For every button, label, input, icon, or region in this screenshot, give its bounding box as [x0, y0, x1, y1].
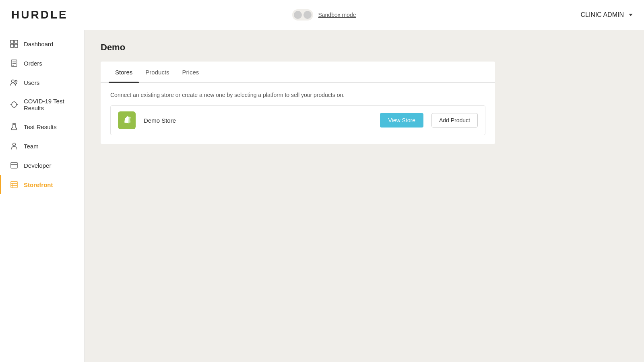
sidebar-label-dashboard: Dashboard	[24, 41, 53, 47]
store-name: Demo Store	[144, 117, 372, 124]
storefront-card: Stores Products Prices Connect an existi…	[101, 62, 495, 144]
tab-stores[interactable]: Stores	[109, 62, 139, 82]
covid-icon	[10, 101, 18, 109]
developer-icon	[10, 161, 18, 169]
connect-text: Connect an existing store or create a ne…	[110, 92, 485, 98]
sidebar-label-team: Team	[24, 143, 39, 150]
main-content: Demo Stores Products Prices Connect an e…	[85, 30, 644, 362]
svg-rect-0	[10, 40, 14, 43]
header-center: Sandbox mode	[292, 9, 356, 21]
svg-rect-2	[10, 44, 14, 47]
toggle-knob-right	[303, 11, 312, 19]
store-row: Demo Store View Store Add Product	[110, 105, 485, 135]
view-store-button[interactable]: View Store	[380, 113, 423, 128]
svg-rect-1	[14, 40, 18, 43]
svg-point-9	[15, 80, 17, 82]
svg-rect-18	[11, 181, 17, 188]
sidebar-label-users: Users	[24, 79, 39, 86]
sidebar-item-users[interactable]: Users	[0, 73, 84, 92]
sidebar-item-team[interactable]: Team	[0, 136, 84, 156]
svg-rect-16	[11, 162, 17, 168]
tab-products[interactable]: Products	[139, 62, 175, 82]
sidebar-label-covid: COVID-19 Test Results	[24, 98, 75, 111]
admin-label: CLINIC ADMIN	[580, 11, 624, 19]
tabs-bar: Stores Products Prices	[101, 62, 495, 83]
sidebar-item-dashboard[interactable]: Dashboard	[0, 34, 84, 53]
sidebar-label-orders: Orders	[24, 60, 42, 67]
team-icon	[10, 142, 18, 150]
admin-menu[interactable]: CLINIC ADMIN	[580, 11, 633, 19]
sidebar-item-test-results[interactable]: Test Results	[0, 117, 84, 136]
dashboard-icon	[10, 40, 18, 48]
svg-point-15	[13, 143, 16, 146]
layout: Dashboard Orders	[0, 30, 644, 362]
sidebar-item-developer[interactable]: Developer	[0, 156, 84, 175]
test-results-icon	[10, 123, 18, 131]
sidebar-label-storefront: Storefront	[24, 181, 53, 188]
sandbox-toggle[interactable]	[292, 9, 313, 21]
add-product-button[interactable]: Add Product	[431, 113, 478, 128]
svg-point-8	[12, 80, 14, 83]
sandbox-mode-label[interactable]: Sandbox mode	[318, 12, 356, 18]
sidebar: Dashboard Orders	[0, 30, 85, 362]
header: HURDLE Sandbox mode CLINIC ADMIN	[0, 0, 644, 30]
sidebar-label-test-results: Test Results	[24, 123, 57, 130]
sidebar-item-orders[interactable]: Orders	[0, 53, 84, 73]
toggle-knob-left	[294, 11, 302, 19]
chevron-down-icon	[629, 14, 633, 16]
sidebar-item-storefront[interactable]: Storefront	[0, 175, 84, 194]
page-title: Demo	[101, 42, 628, 53]
users-icon	[10, 78, 18, 86]
shopify-icon	[118, 111, 136, 129]
logo: HURDLE	[11, 8, 68, 21]
storefront-icon	[10, 181, 18, 189]
sidebar-label-developer: Developer	[24, 162, 51, 169]
orders-icon	[10, 59, 18, 67]
sidebar-item-covid[interactable]: COVID-19 Test Results	[0, 92, 84, 117]
svg-rect-3	[14, 44, 18, 47]
tab-prices[interactable]: Prices	[176, 62, 206, 82]
card-body: Connect an existing store or create a ne…	[101, 83, 495, 144]
